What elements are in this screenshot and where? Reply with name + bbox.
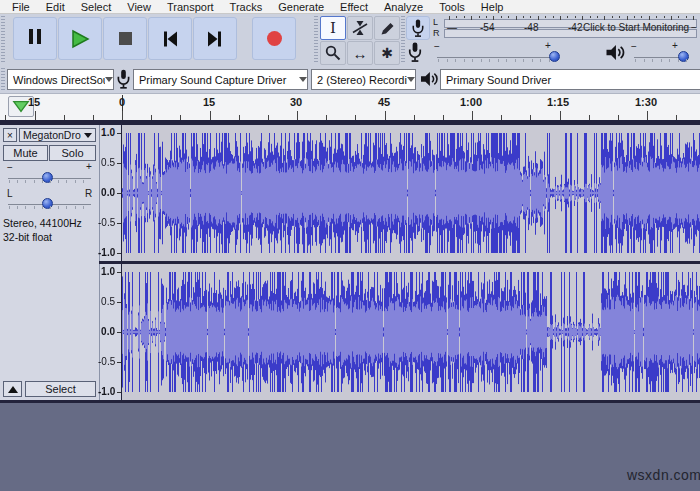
mute-button[interactable]: Mute bbox=[3, 145, 48, 161]
timeline-tick bbox=[326, 115, 327, 120]
meter-dash-right: − bbox=[691, 22, 697, 33]
track-title-menu[interactable]: MegatonDro bbox=[19, 128, 96, 142]
recording-device-dropdown[interactable]: Primary Sound Capture Driver bbox=[133, 69, 308, 90]
meter-channel-right-label: R bbox=[433, 28, 440, 38]
skip-to-start-button[interactable] bbox=[148, 17, 192, 60]
track-menu-arrow-icon bbox=[84, 133, 92, 138]
menu-item-tools[interactable]: Tools bbox=[431, 0, 473, 14]
meter-tick bbox=[656, 16, 657, 18]
transport-toolbar-grip[interactable] bbox=[1, 16, 5, 62]
meter-tick bbox=[530, 16, 531, 18]
timeline-label: 0 bbox=[109, 96, 135, 108]
gain-slider-thumb[interactable] bbox=[42, 172, 53, 183]
playback-volume-thumb[interactable] bbox=[678, 51, 689, 62]
recording-device-value: Primary Sound Capture Driver bbox=[139, 74, 299, 86]
slider-tick-dot bbox=[66, 206, 67, 209]
audio-host-value: Windows DirectSound bbox=[13, 74, 105, 86]
menu-item-transport[interactable]: Transport bbox=[159, 0, 222, 14]
timeline-tick bbox=[472, 111, 473, 120]
timeline-label: 45 bbox=[371, 96, 397, 108]
audio-host-dropdown[interactable]: Windows DirectSound bbox=[7, 69, 114, 90]
channel-divider[interactable] bbox=[99, 261, 700, 264]
timeline-tick bbox=[501, 115, 502, 120]
meter-tick bbox=[501, 16, 502, 18]
pan-slider-thumb[interactable] bbox=[42, 198, 53, 209]
multi-tool-button[interactable]: ✱ bbox=[374, 41, 400, 65]
timeline-tick bbox=[443, 115, 444, 120]
timeline-tick bbox=[122, 111, 123, 120]
record-volume-thumb[interactable] bbox=[549, 51, 560, 62]
gain-minus-label: − bbox=[7, 163, 13, 173]
timeline-tick bbox=[210, 111, 211, 120]
meter-tick bbox=[449, 16, 450, 20]
time-shift-tool-button[interactable]: ↔ bbox=[347, 41, 373, 65]
solo-button[interactable]: Solo bbox=[49, 145, 96, 161]
playback-volume-minus: − bbox=[631, 42, 637, 52]
track-select-button[interactable]: Select bbox=[25, 381, 96, 397]
slider-tick-dot bbox=[464, 59, 465, 62]
slider-tick-dot bbox=[661, 59, 662, 62]
meter-tick bbox=[575, 16, 576, 18]
draw-tool-button[interactable] bbox=[374, 16, 400, 40]
menu-item-generate[interactable]: Generate bbox=[270, 0, 332, 14]
pause-icon bbox=[27, 29, 43, 48]
record-volume-plus: + bbox=[545, 41, 551, 51]
collapse-track-button[interactable] bbox=[3, 381, 22, 397]
meter-tick bbox=[479, 16, 480, 18]
stop-button[interactable] bbox=[103, 17, 147, 60]
meter-tick bbox=[560, 16, 561, 20]
meter-tick bbox=[612, 16, 613, 18]
monitor-hint-text[interactable]: Click to Start Monitoring bbox=[583, 22, 689, 33]
tracks-background-area[interactable] bbox=[0, 403, 700, 491]
record-meter-mic-button[interactable] bbox=[406, 16, 430, 40]
pause-button[interactable] bbox=[13, 17, 57, 60]
recording-channels-dropdown[interactable]: 2 (Stereo) Recording Chan bbox=[311, 69, 416, 90]
menu-item-analyze[interactable]: Analyze bbox=[376, 0, 431, 14]
slider-tick-dot bbox=[83, 180, 84, 183]
meter-tick bbox=[456, 16, 457, 18]
meter-scale-label: -54 bbox=[480, 22, 494, 33]
slider-tick-dot bbox=[42, 206, 43, 209]
track-close-button[interactable]: × bbox=[3, 128, 17, 142]
slider-tick-dot bbox=[498, 59, 499, 62]
slider-tick-dot bbox=[58, 206, 59, 209]
playback-device-dropdown[interactable]: Primary Sound Driver bbox=[440, 69, 700, 90]
slider-tick-dot bbox=[25, 180, 26, 183]
meter-toolbar-grip[interactable] bbox=[401, 16, 405, 64]
record-volume-slider[interactable] bbox=[437, 57, 557, 58]
menu-item-effect[interactable]: Effect bbox=[332, 0, 376, 14]
meter-tick bbox=[597, 16, 598, 18]
ruler-tick bbox=[117, 362, 121, 363]
ruler-value-label: -0.5 bbox=[98, 356, 115, 367]
meter-tick bbox=[641, 16, 642, 18]
timeline-label: 30 bbox=[283, 96, 309, 108]
skip-to-end-button[interactable] bbox=[193, 17, 237, 60]
timeline-tick bbox=[180, 115, 181, 120]
timeline-ruler[interactable] bbox=[0, 93, 700, 121]
zoom-tool-button[interactable] bbox=[320, 41, 346, 65]
device-toolbar-grip[interactable] bbox=[1, 68, 5, 91]
menu-item-file[interactable]: File bbox=[4, 0, 38, 14]
meter-tick bbox=[567, 16, 568, 18]
meter-tick bbox=[523, 16, 524, 18]
device-speaker-icon bbox=[420, 71, 438, 91]
menu-item-help[interactable]: Help bbox=[473, 0, 512, 14]
timeline-tick bbox=[618, 115, 619, 120]
play-icon bbox=[70, 29, 90, 49]
menu-item-tracks[interactable]: Tracks bbox=[222, 0, 271, 14]
menu-item-view[interactable]: View bbox=[119, 0, 159, 14]
meter-tick bbox=[545, 16, 546, 18]
menu-item-select[interactable]: Select bbox=[73, 0, 120, 14]
tools-toolbar-grip[interactable] bbox=[314, 16, 318, 64]
envelope-tool-button[interactable] bbox=[347, 16, 373, 40]
meter-tick bbox=[582, 16, 583, 20]
timeline-label: 15 bbox=[196, 96, 222, 108]
selection-tool-button[interactable]: I bbox=[320, 16, 346, 40]
menu-item-edit[interactable]: Edit bbox=[38, 0, 73, 14]
ruler-value-label: -0.5 bbox=[98, 217, 115, 228]
timeline-tick bbox=[676, 115, 677, 120]
record-button[interactable] bbox=[252, 17, 296, 60]
microphone-icon bbox=[412, 19, 424, 37]
play-button[interactable] bbox=[58, 17, 102, 60]
record-volume-minus: − bbox=[434, 42, 440, 52]
